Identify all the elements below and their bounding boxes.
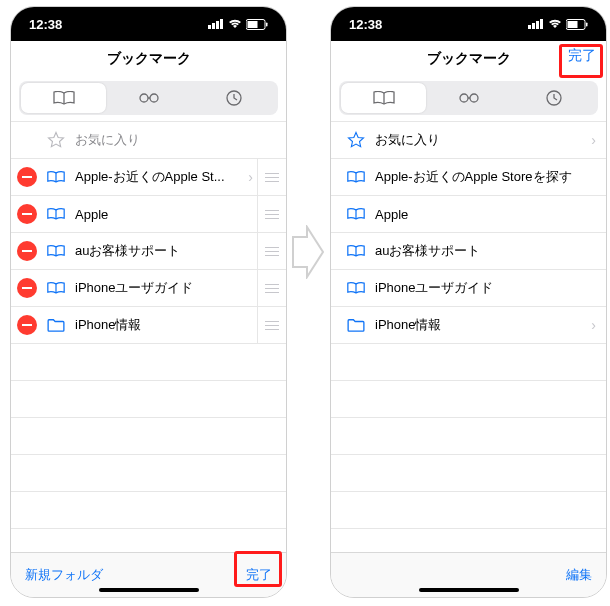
delete-minus-icon[interactable] [17, 315, 37, 335]
list-item[interactable]: Apple [331, 196, 606, 233]
book-icon [45, 244, 67, 258]
reorder-grip-icon[interactable] [257, 307, 286, 343]
status-bar: 12:38 [331, 7, 606, 41]
new-folder-button[interactable]: 新規フォルダ [25, 566, 103, 584]
item-label: Apple [75, 207, 248, 222]
delete-minus-icon[interactable] [17, 241, 37, 261]
list-item[interactable]: Apple-お近くのApple St... › [11, 159, 286, 196]
seg-bookmarks[interactable] [341, 83, 426, 113]
phone-edit-mode: 12:38 ブックマーク [10, 6, 287, 598]
svg-rect-21 [568, 21, 578, 28]
item-label: auお客様サポート [75, 242, 248, 260]
delete-minus-icon[interactable] [17, 278, 37, 298]
item-label: Apple-お近くのApple St... [75, 168, 248, 186]
svg-rect-0 [208, 25, 211, 29]
reorder-grip-icon[interactable] [257, 270, 286, 306]
book-icon [345, 244, 367, 258]
item-label: Apple-お近くのApple Storeを探す [375, 168, 606, 186]
svg-rect-3 [220, 19, 223, 29]
done-button[interactable]: 完了 [568, 47, 596, 65]
item-label: iPhone情報 [75, 316, 248, 334]
list-item[interactable]: Apple › [11, 196, 286, 233]
book-open-icon [373, 91, 395, 105]
list-item[interactable]: iPhone情報 › [331, 307, 606, 344]
folder-icon [345, 318, 367, 332]
bookmark-list-edit: お気に入り › Apple-お近くのApple St... › Apple › [11, 121, 286, 566]
favorites-label: お気に入り [75, 131, 277, 149]
reorder-grip-icon[interactable] [257, 233, 286, 269]
svg-rect-6 [266, 22, 268, 26]
glasses-icon [138, 93, 160, 103]
item-label: Apple [375, 207, 606, 222]
svg-point-8 [140, 94, 148, 102]
list-item[interactable]: Apple-お近くのApple Storeを探す [331, 159, 606, 196]
bookmark-list: お気に入り › Apple-お近くのApple Storeを探す Apple a… [331, 121, 606, 566]
item-label: iPhone情報 [375, 316, 591, 334]
transition-arrow-icon [291, 225, 325, 283]
list-item[interactable]: auお客様サポート › [11, 233, 286, 270]
list-item[interactable]: iPhoneユーザガイド [331, 270, 606, 307]
item-label: auお客様サポート [375, 242, 606, 260]
nav-title: ブックマーク [427, 50, 511, 68]
svg-point-24 [460, 94, 468, 102]
svg-rect-17 [532, 23, 535, 29]
svg-point-9 [150, 94, 158, 102]
book-icon [45, 170, 67, 184]
svg-rect-18 [536, 21, 539, 29]
book-icon [345, 207, 367, 221]
svg-rect-19 [540, 19, 543, 29]
view-segmented-control[interactable] [339, 81, 598, 115]
status-indicators [208, 19, 268, 30]
home-indicator [99, 588, 199, 592]
seg-history[interactable] [511, 83, 596, 113]
delete-minus-icon[interactable] [17, 167, 37, 187]
svg-rect-5 [248, 21, 258, 28]
reorder-grip-icon[interactable] [257, 159, 286, 195]
list-item[interactable]: iPhone情報 › [11, 307, 286, 344]
status-time: 12:38 [29, 17, 62, 32]
folder-icon [45, 318, 67, 332]
reorder-grip-icon[interactable] [257, 196, 286, 232]
done-button[interactable]: 完了 [246, 566, 272, 584]
book-icon [45, 281, 67, 295]
list-item[interactable]: iPhoneユーザガイド › [11, 270, 286, 307]
book-icon [45, 207, 67, 221]
star-icon [345, 131, 367, 149]
nav-title: ブックマーク [107, 50, 191, 68]
phone-browse-mode: 12:38 ブックマーク 完了 [330, 6, 607, 598]
status-bar: 12:38 [11, 7, 286, 41]
item-label: iPhoneユーザガイド [375, 279, 606, 297]
seg-reading-list[interactable] [106, 83, 191, 113]
delete-minus-icon[interactable] [17, 204, 37, 224]
view-segmented-control[interactable] [19, 81, 278, 115]
chevron-right-icon: › [591, 317, 596, 333]
svg-point-25 [470, 94, 478, 102]
chevron-right-icon: › [591, 132, 596, 148]
star-icon [45, 131, 67, 149]
item-label: iPhoneユーザガイド [75, 279, 248, 297]
clock-icon [546, 90, 562, 106]
clock-icon [226, 90, 242, 106]
status-indicators [528, 19, 588, 30]
svg-rect-16 [528, 25, 531, 29]
status-time: 12:38 [349, 17, 382, 32]
nav-bar: ブックマーク 完了 [331, 41, 606, 77]
home-indicator [419, 588, 519, 592]
seg-bookmarks[interactable] [21, 83, 106, 113]
favorites-label: お気に入り [375, 131, 591, 149]
list-item[interactable]: auお客様サポート [331, 233, 606, 270]
svg-rect-22 [586, 22, 588, 26]
seg-reading-list[interactable] [426, 83, 511, 113]
book-icon [345, 170, 367, 184]
book-icon [345, 281, 367, 295]
glasses-icon [458, 93, 480, 103]
svg-rect-2 [216, 21, 219, 29]
seg-history[interactable] [191, 83, 276, 113]
favorites-row[interactable]: お気に入り › [331, 122, 606, 159]
edit-button[interactable]: 編集 [566, 566, 592, 584]
favorites-row: お気に入り › [11, 122, 286, 159]
nav-bar: ブックマーク [11, 41, 286, 77]
book-open-icon [53, 91, 75, 105]
svg-rect-1 [212, 23, 215, 29]
chevron-right-icon: › [248, 169, 253, 185]
